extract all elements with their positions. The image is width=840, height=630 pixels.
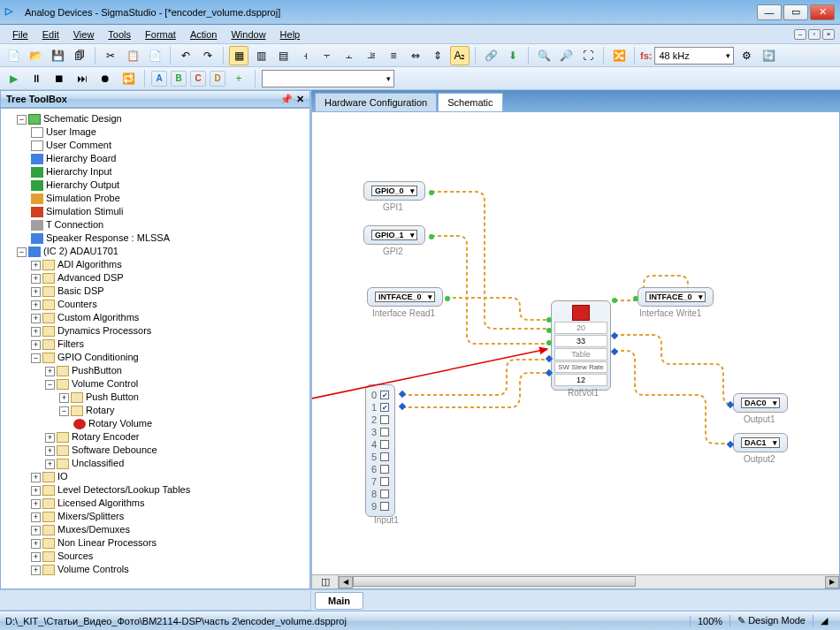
- tab-hardware-config[interactable]: Hardware Configuration: [315, 93, 437, 111]
- input-checkbox-1[interactable]: ✔: [380, 403, 389, 412]
- expand-toggle[interactable]: +: [31, 552, 41, 562]
- layout-icon[interactable]: ▥: [251, 46, 271, 65]
- tree-item-sim-probe[interactable]: Simulation Probe: [46, 193, 120, 203]
- hierarchy-icon[interactable]: 🔀: [609, 46, 629, 65]
- variant-dropdown[interactable]: [262, 70, 394, 87]
- scroll-left-button[interactable]: ◀: [339, 576, 353, 588]
- expand-toggle[interactable]: +: [31, 340, 41, 350]
- expand-toggle[interactable]: −: [59, 406, 69, 416]
- expand-toggle[interactable]: +: [31, 473, 41, 482]
- expand-toggle[interactable]: +: [31, 486, 41, 496]
- tree-item[interactable]: Volume Controls: [57, 564, 129, 574]
- pin-in[interactable]: [546, 317, 552, 323]
- align-bottom-icon[interactable]: ⫡: [362, 46, 381, 65]
- tree-item[interactable]: IO: [57, 471, 68, 482]
- rotvol-field-top[interactable]: 20: [554, 322, 607, 334]
- open-button[interactable]: 📂: [26, 46, 45, 65]
- minimize-button[interactable]: —: [757, 4, 782, 20]
- scroll-right-button[interactable]: ▶: [825, 576, 839, 588]
- sample-rate-dropdown[interactable]: 48 kHz: [654, 47, 734, 65]
- status-zoom[interactable]: 100%: [690, 616, 729, 626]
- tab-schematic[interactable]: Schematic: [438, 93, 502, 111]
- menu-edit[interactable]: Edit: [35, 27, 66, 42]
- block-interface-read[interactable]: INTFACE_0: [367, 287, 443, 307]
- mdi-close-button[interactable]: ×: [822, 29, 835, 40]
- tree-item[interactable]: Level Detectors/Lookup Tables: [57, 484, 190, 495]
- tree-item[interactable]: Basic DSP: [57, 285, 104, 296]
- step-button[interactable]: ⏭: [73, 69, 92, 88]
- tree-item-user-comment[interactable]: User Comment: [46, 140, 111, 150]
- layout2-icon[interactable]: ▤: [273, 46, 293, 65]
- panel-close-icon[interactable]: ✕: [296, 94, 304, 105]
- gear-icon[interactable]: ⚙: [737, 46, 756, 65]
- menu-file[interactable]: File: [5, 27, 35, 42]
- tree-item-hierarchy-input[interactable]: Hierarchy Input: [46, 166, 112, 177]
- tree-item[interactable]: ADI Algorithms: [57, 259, 122, 269]
- expand-toggle[interactable]: +: [45, 433, 55, 443]
- rotvol-field-n[interactable]: 12: [554, 374, 607, 386]
- tree-item-push-button[interactable]: Push Button: [86, 391, 139, 402]
- input-checkbox-5[interactable]: [380, 452, 389, 461]
- tree-item-volume-control[interactable]: Volume Control: [72, 378, 138, 389]
- menu-action[interactable]: Action: [183, 27, 225, 42]
- tree-item-gpio[interactable]: GPIO Conditioning: [57, 352, 139, 362]
- input-checkbox-3[interactable]: [380, 428, 389, 436]
- tree-item-sim-stimuli[interactable]: Simulation Stimuli: [46, 206, 123, 216]
- tree-item-rotary[interactable]: Rotary: [86, 405, 114, 415]
- expand-toggle[interactable]: +: [59, 393, 69, 403]
- horizontal-scrollbar[interactable]: ◀ ▶: [339, 574, 839, 588]
- tree-item[interactable]: Non Linear Processors: [57, 537, 157, 548]
- tree-item[interactable]: Unclassified: [72, 458, 124, 468]
- block-interface-write[interactable]: INTFACE_0: [638, 287, 714, 307]
- undo-button[interactable]: ↶: [176, 46, 195, 65]
- align-top-icon[interactable]: ⫠: [340, 46, 359, 65]
- pin-out[interactable]: [429, 234, 434, 239]
- link-compile-button[interactable]: 🔗: [481, 46, 500, 65]
- input-checkbox-0[interactable]: ✔: [380, 391, 389, 399]
- tree-item-t-connection[interactable]: T Connection: [46, 219, 103, 230]
- sheet-tab-main[interactable]: Main: [315, 592, 363, 610]
- pin-in[interactable]: [546, 328, 552, 333]
- input-checkbox-7[interactable]: [380, 477, 389, 486]
- pin-out[interactable]: [611, 348, 618, 355]
- tree-item[interactable]: Sources: [57, 550, 93, 561]
- dac1-dropdown[interactable]: DAC1: [741, 437, 780, 448]
- tree-item[interactable]: Licensed Algorithms: [57, 497, 144, 508]
- block-input[interactable]: 0✔ 1✔ 2 3 4 5 6 7 8 9: [365, 384, 395, 517]
- variant-d-button[interactable]: D: [210, 71, 225, 87]
- expand-toggle[interactable]: +: [31, 499, 41, 509]
- expand-toggle[interactable]: +: [31, 565, 41, 575]
- zoom-out-icon[interactable]: 🔎: [556, 46, 576, 65]
- grid-icon[interactable]: ▦: [229, 46, 248, 65]
- pin-in[interactable]: [633, 296, 638, 301]
- pin-out[interactable]: [399, 391, 406, 398]
- tree-item[interactable]: Custom Algorithms: [57, 312, 139, 323]
- expand-toggle[interactable]: +: [31, 300, 41, 310]
- align-right-icon[interactable]: ⫟: [317, 46, 337, 65]
- expand-toggle[interactable]: +: [31, 274, 41, 284]
- tree-root[interactable]: Schematic Design: [43, 113, 122, 124]
- pin-out[interactable]: [399, 403, 406, 410]
- menu-help[interactable]: Help: [273, 27, 308, 42]
- expand-toggle[interactable]: +: [45, 367, 55, 376]
- expand-toggle[interactable]: −: [45, 380, 55, 390]
- split-corner[interactable]: ◫: [312, 574, 339, 588]
- expand-toggle[interactable]: +: [31, 287, 41, 297]
- add-variant-button[interactable]: +: [229, 69, 248, 88]
- tree-item[interactable]: Mixers/Splitters: [57, 511, 124, 521]
- rotvol-field-value[interactable]: 33: [554, 335, 607, 347]
- expand-toggle[interactable]: +: [31, 314, 41, 323]
- gpio1-dropdown[interactable]: GPIO_1: [371, 230, 417, 240]
- pin-in[interactable]: [546, 340, 552, 345]
- menu-format[interactable]: Format: [138, 27, 183, 42]
- tree-item[interactable]: Advanced DSP: [57, 272, 124, 283]
- pin-out[interactable]: [611, 332, 618, 339]
- tree-item-hierarchy-board[interactable]: Hierarchy Board: [46, 153, 116, 163]
- zoom-in-icon[interactable]: 🔍: [534, 46, 554, 65]
- hspace-icon[interactable]: ⇔: [406, 46, 425, 65]
- tree-ic-node[interactable]: (IC 2) ADAU1701: [43, 246, 118, 256]
- scroll-thumb[interactable]: [353, 576, 636, 587]
- input-checkbox-9[interactable]: [380, 502, 389, 511]
- dac0-dropdown[interactable]: DAC0: [741, 398, 780, 408]
- close-button[interactable]: ✕: [810, 4, 835, 20]
